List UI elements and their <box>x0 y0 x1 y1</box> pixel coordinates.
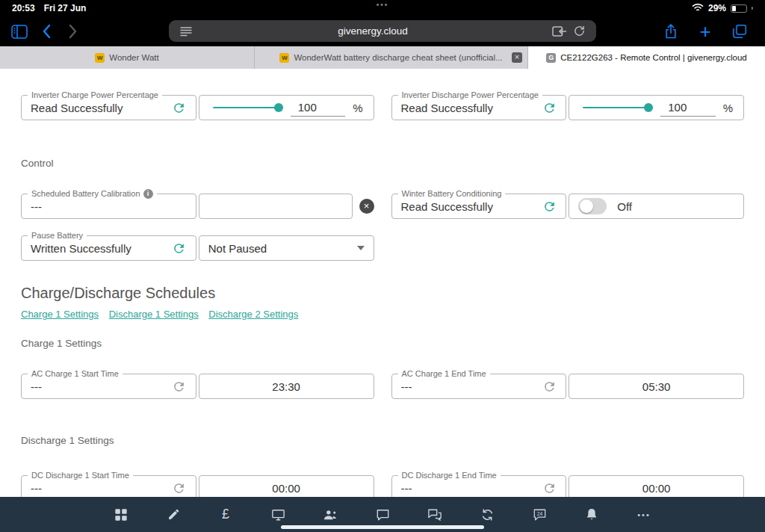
field-status: --- <box>401 380 542 393</box>
refresh-icon[interactable] <box>172 480 187 495</box>
refresh-icon[interactable] <box>542 480 557 495</box>
safari-toolbar: givenergy.cloud + <box>0 16 765 46</box>
currency-pound-icon[interactable]: £ <box>217 507 234 523</box>
field-status: --- <box>401 482 542 495</box>
support-chat-24-icon[interactable]: 24 <box>531 507 548 523</box>
share-icon[interactable] <box>659 20 683 43</box>
wonderwatt-favicon: W <box>95 53 105 63</box>
back-icon[interactable] <box>34 20 58 43</box>
refresh-icon[interactable] <box>542 199 557 214</box>
refresh-icon[interactable] <box>542 100 557 115</box>
inverter-charge-power-control: 100 % <box>199 95 374 120</box>
toggle-state-label: Off <box>617 200 632 213</box>
ac-charge-end-time-input[interactable]: 05:30 <box>569 374 744 399</box>
field-status: Read Successfully <box>31 102 172 114</box>
status-bar: 20:53 Fri 27 Jun ••• 29% <box>0 0 765 16</box>
refresh-icon[interactable] <box>172 100 187 115</box>
field-label: DC Discharge 1 End Time <box>398 470 501 480</box>
tab-bar: W Wonder Watt W WonderWatt battery disch… <box>0 46 765 69</box>
users-gear-icon[interactable] <box>322 507 338 523</box>
tab-cheat-sheet[interactable]: W WonderWatt battery discharge cheat she… <box>255 46 528 69</box>
field-label: Scheduled Battery Calibration i <box>28 188 157 199</box>
winter-conditioning-field: Winter Battery Conditioning Read Success… <box>391 194 567 219</box>
page-content: Inverter Charge Power Percentage Read Su… <box>0 69 765 497</box>
charge-1-heading: Charge 1 Settings <box>21 338 744 349</box>
refresh-icon[interactable] <box>542 379 557 394</box>
battery-icon <box>731 4 747 13</box>
dc-discharge-end-time-input[interactable]: 00:00 <box>569 475 744 497</box>
control-heading: Control <box>21 158 744 169</box>
refresh-icon[interactable] <box>172 379 187 394</box>
tab-label: Wonder Watt <box>109 53 158 62</box>
calibration-value-box[interactable] <box>199 194 353 219</box>
wifi-icon <box>692 3 704 14</box>
inverter-charge-status-field: Inverter Charge Power Percentage Read Su… <box>21 95 196 120</box>
url-text: givenergy.cloud <box>196 25 550 37</box>
unit-label: % <box>353 102 362 114</box>
schedules-heading: Charge/Discharge Schedules <box>21 285 744 302</box>
pause-battery-select[interactable]: Not Paused <box>199 235 374 261</box>
sync-icon[interactable] <box>479 507 495 523</box>
field-status: Read Successfully <box>401 102 542 114</box>
reader-icon[interactable] <box>176 26 196 37</box>
charge-power-input[interactable]: 100 <box>291 99 345 117</box>
field-label: Pause Battery <box>28 230 87 241</box>
discharge-power-slider[interactable] <box>583 107 648 108</box>
tab-remote-control[interactable]: G CE2122G263 - Remote Control | givenerg… <box>528 46 765 69</box>
home-indicator[interactable] <box>281 525 484 529</box>
tab-label: WonderWatt battery discharge cheat sheet… <box>294 53 502 62</box>
edit-pencil-icon[interactable] <box>165 507 182 523</box>
scheduled-calibration-field: Scheduled Battery Calibration i --- <box>21 194 196 219</box>
sidebar-toggle-icon[interactable] <box>7 20 31 43</box>
dc-discharge-end-field: DC Discharge 1 End Time --- <box>391 475 567 497</box>
reload-icon[interactable] <box>569 25 589 37</box>
battery-tip <box>752 7 753 10</box>
clear-calibration-icon[interactable]: × <box>359 199 374 214</box>
open-in-app-icon[interactable] <box>550 25 569 37</box>
winter-conditioning-toggle[interactable] <box>578 198 607 214</box>
field-status: Read Successfully <box>401 200 542 213</box>
tabs-overview-icon[interactable] <box>728 20 752 43</box>
winter-conditioning-control: Off <box>569 194 744 219</box>
field-label: AC Charge 1 End Time <box>398 368 490 379</box>
time-value: 23:30 <box>272 380 300 393</box>
refresh-icon[interactable] <box>172 241 187 256</box>
forum-chat-icon[interactable] <box>427 507 443 523</box>
address-bar[interactable]: givenergy.cloud <box>169 20 596 42</box>
chevron-down-icon <box>357 246 365 250</box>
chat-icon[interactable] <box>374 507 391 523</box>
tab-wonder-watt[interactable]: W Wonder Watt <box>0 46 255 69</box>
selected-option: Not Paused <box>208 242 267 255</box>
ipad-screen: 20:53 Fri 27 Jun ••• 29% <box>0 0 765 532</box>
more-ellipsis-icon[interactable]: ••• <box>636 507 652 523</box>
inverter-discharge-status-field: Inverter Discharge Power Percentage Read… <box>391 95 567 120</box>
field-status: --- <box>31 200 187 213</box>
givenergy-favicon: G <box>546 53 556 63</box>
tab-label: CE2122G263 - Remote Control | givenergy.… <box>560 53 747 62</box>
link-charge-1-settings[interactable]: Charge 1 Settings <box>21 309 99 320</box>
info-icon[interactable]: i <box>143 189 153 199</box>
link-discharge-2-settings[interactable]: Discharge 2 Settings <box>208 309 298 320</box>
link-discharge-1-settings[interactable]: Discharge 1 Settings <box>109 309 199 320</box>
battery-percent: 29% <box>708 3 726 13</box>
close-tab-icon[interactable]: × <box>512 52 522 63</box>
inverter-discharge-power-control: 100 % <box>569 95 744 120</box>
monitor-icon[interactable] <box>270 507 286 523</box>
charge-power-slider[interactable] <box>213 107 279 108</box>
field-label: AC Charge 1 Start Time <box>28 368 123 379</box>
ac-charge-start-time-input[interactable]: 23:30 <box>199 374 374 399</box>
status-date: Fri 27 Jun <box>44 3 87 13</box>
dc-discharge-start-time-input[interactable]: 00:00 <box>199 475 374 497</box>
field-label: Inverter Charge Power Percentage <box>28 90 162 100</box>
ac-charge-start-field: AC Charge 1 Start Time --- <box>21 374 196 399</box>
discharge-power-input[interactable]: 100 <box>660 99 715 117</box>
field-status: --- <box>31 380 172 393</box>
multitasking-dots-icon[interactable]: ••• <box>377 1 389 9</box>
field-label: DC Discharge 1 Start Time <box>28 470 133 480</box>
new-tab-icon[interactable]: + <box>693 20 717 43</box>
forward-icon[interactable] <box>61 20 85 43</box>
bell-icon[interactable] <box>583 507 600 523</box>
time-value: 00:00 <box>272 482 300 495</box>
status-time: 20:53 <box>12 3 35 13</box>
apps-grid-icon[interactable] <box>113 507 129 523</box>
